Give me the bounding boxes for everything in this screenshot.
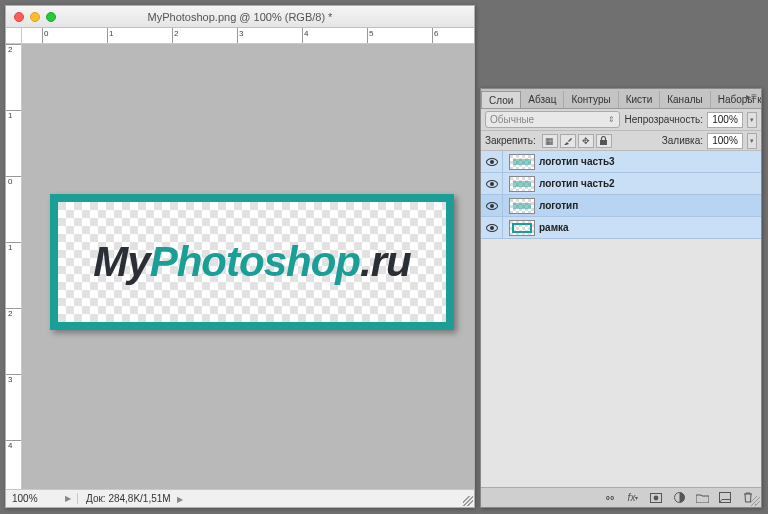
panel-tab[interactable]: Абзац <box>521 91 564 108</box>
ruler-left-label: 2 <box>8 309 12 318</box>
layer-name-label[interactable]: логотип часть3 <box>539 156 615 167</box>
window-titlebar[interactable]: MyPhotoshop.png @ 100% (RGB/8) * <box>6 6 474 28</box>
layer-name-label[interactable]: логотип <box>539 200 578 211</box>
adjustment-layer-button[interactable] <box>672 492 686 504</box>
ruler-horizontal[interactable]: 0123456 <box>22 28 474 44</box>
blend-mode-value: Обычные <box>490 114 534 125</box>
lock-pixels-button[interactable] <box>560 134 576 148</box>
layer-row[interactable]: рамка <box>481 217 761 239</box>
link-icon <box>603 493 617 503</box>
document-window: MyPhotoshop.png @ 100% (RGB/8) * 0123456… <box>5 5 475 508</box>
layer-thumbnail[interactable] <box>509 176 535 192</box>
lock-position-button[interactable]: ✥ <box>578 134 594 148</box>
logo-text: MyPhotoshop.ru <box>93 238 410 286</box>
panel-footer: fx▾ <box>481 487 761 507</box>
eye-icon <box>486 180 498 188</box>
window-title: MyPhotoshop.png @ 100% (RGB/8) * <box>6 11 474 23</box>
panel-tab-strip: СлоиАбзацКонтурыКистиКаналыНаборы кисИст… <box>481 89 761 109</box>
new-layer-button[interactable] <box>718 492 732 504</box>
ruler-top-label: 3 <box>239 29 243 38</box>
ruler-left-label: 2 <box>8 45 12 54</box>
fill-input[interactable]: 100% <box>707 133 743 149</box>
lock-label: Закрепить: <box>485 135 536 146</box>
opacity-input[interactable]: 100% <box>707 112 743 128</box>
panel-tab[interactable]: Кисти <box>619 91 661 108</box>
chevron-right-icon: ▶ <box>65 494 71 503</box>
artwork-frame[interactable]: MyPhotoshop.ru <box>50 194 454 330</box>
canvas-area[interactable]: MyPhotoshop.ru <box>22 44 474 489</box>
ruler-left-label: 4 <box>8 441 12 450</box>
folder-icon <box>696 493 709 503</box>
window-resize-grip[interactable] <box>463 496 473 506</box>
layer-effects-button[interactable]: fx▾ <box>626 492 640 504</box>
svg-rect-0 <box>600 140 607 145</box>
ruler-left-label: 1 <box>8 111 12 120</box>
layer-visibility-toggle[interactable] <box>481 195 503 216</box>
panel-menu-icon[interactable]: ▸≡ <box>746 93 757 101</box>
panel-tab[interactable]: Каналы <box>660 91 711 108</box>
link-layers-button[interactable] <box>603 492 617 504</box>
ruler-vertical[interactable]: 2101234 <box>6 44 22 489</box>
layer-name-label[interactable]: рамка <box>539 222 569 233</box>
layer-name-label[interactable]: логотип часть2 <box>539 178 615 189</box>
layer-thumbnail[interactable] <box>509 220 535 236</box>
brush-icon <box>563 136 573 146</box>
ruler-top-label: 1 <box>109 29 113 38</box>
ruler-top-label: 2 <box>174 29 178 38</box>
panel-resize-grip[interactable] <box>750 496 760 506</box>
document-size-readout[interactable]: Док: 284,8K/1,51M ▶ <box>78 493 191 504</box>
ruler-top-label: 0 <box>44 29 48 38</box>
lock-icon <box>599 136 608 146</box>
fill-label: Заливка: <box>662 135 703 146</box>
opacity-label: Непрозрачность: <box>624 114 703 125</box>
lock-icons-group: ▦ ✥ <box>542 134 612 148</box>
blend-mode-select[interactable]: Обычные ⇕ <box>485 111 620 128</box>
ruler-top-label: 4 <box>304 29 308 38</box>
lock-transparency-button[interactable]: ▦ <box>542 134 558 148</box>
fill-stepper[interactable]: ▾ <box>747 133 757 149</box>
panel-tab[interactable]: Слои <box>481 91 521 109</box>
ruler-left-label: 0 <box>8 177 12 186</box>
layer-row[interactable]: логотип часть2 <box>481 173 761 195</box>
layer-visibility-toggle[interactable] <box>481 173 503 194</box>
ruler-left-label: 3 <box>8 375 12 384</box>
yinyang-icon <box>674 492 685 503</box>
eye-icon <box>486 224 498 232</box>
logo-part-3: .ru <box>360 238 411 285</box>
eye-icon <box>486 202 498 210</box>
layer-visibility-toggle[interactable] <box>481 151 503 172</box>
layers-panel: ▸≡ СлоиАбзацКонтурыКистиКаналыНаборы кис… <box>480 88 762 508</box>
ruler-origin[interactable] <box>6 28 22 44</box>
doc-size-label: Док: <box>86 493 106 504</box>
ruler-top-label: 6 <box>434 29 438 38</box>
layer-thumbnail[interactable] <box>509 198 535 214</box>
layer-row[interactable]: логотип часть3 <box>481 151 761 173</box>
ruler-left-label: 1 <box>8 243 12 252</box>
lock-fill-row: Закрепить: ▦ ✥ Заливка: 100% ▾ <box>481 131 761 151</box>
new-group-button[interactable] <box>695 492 709 504</box>
zoom-value: 100% <box>12 493 38 504</box>
chevron-updown-icon: ⇕ <box>608 115 615 124</box>
svg-point-2 <box>654 495 659 500</box>
opacity-stepper[interactable]: ▾ <box>747 112 757 128</box>
doc-size-value: 284,8K/1,51M <box>108 493 170 504</box>
artwork-transparent-bg: MyPhotoshop.ru <box>58 202 446 322</box>
logo-part-2: Photoshop <box>150 238 360 285</box>
eye-icon <box>486 158 498 166</box>
layer-visibility-toggle[interactable] <box>481 217 503 238</box>
status-bar: 100% ▶ Док: 284,8K/1,51M ▶ <box>6 489 474 507</box>
ruler-top-label: 5 <box>369 29 373 38</box>
panel-tab[interactable]: Контуры <box>564 91 618 108</box>
lock-all-button[interactable] <box>596 134 612 148</box>
mask-icon <box>650 493 662 503</box>
chevron-right-icon: ▶ <box>177 495 183 504</box>
new-page-icon <box>719 492 731 503</box>
layer-mask-button[interactable] <box>649 492 663 504</box>
logo-part-1: My <box>93 238 149 285</box>
layer-thumbnail[interactable] <box>509 154 535 170</box>
blend-opacity-row: Обычные ⇕ Непрозрачность: 100% ▾ <box>481 109 761 131</box>
layers-list: логотип часть3логотип часть2логотипрамка <box>481 151 761 487</box>
layer-row[interactable]: логотип <box>481 195 761 217</box>
zoom-level-field[interactable]: 100% ▶ <box>6 493 78 504</box>
